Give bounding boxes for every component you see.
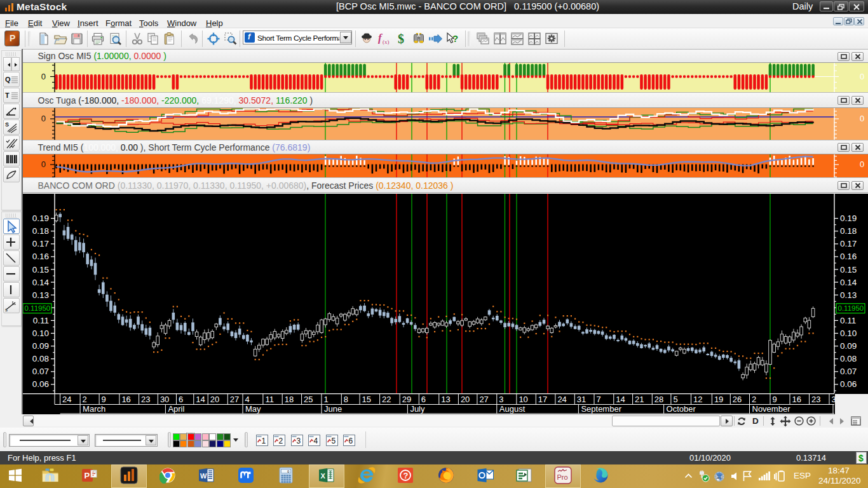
svg-text:0: 0 bbox=[41, 114, 46, 123]
svg-text:T: T bbox=[5, 92, 10, 99]
svg-text:0.18: 0.18 bbox=[32, 226, 49, 236]
svg-text:7: 7 bbox=[597, 395, 601, 404]
svg-text:0.09: 0.09 bbox=[32, 341, 49, 351]
svg-text:X: X bbox=[321, 471, 326, 479]
svg-text:s: s bbox=[5, 307, 8, 313]
svg-text:16: 16 bbox=[121, 395, 130, 404]
svg-text:14: 14 bbox=[196, 395, 205, 404]
svg-text:August: August bbox=[499, 404, 526, 414]
svg-text:14: 14 bbox=[616, 395, 625, 404]
svg-text:0.06: 0.06 bbox=[32, 379, 49, 389]
svg-text:6: 6 bbox=[349, 437, 353, 445]
svg-text:2: 2 bbox=[752, 395, 756, 404]
svg-text:24: 24 bbox=[62, 395, 71, 404]
svg-text:23: 23 bbox=[141, 395, 150, 404]
svg-text:5: 5 bbox=[332, 437, 336, 445]
svg-text:Pro: Pro bbox=[557, 473, 568, 481]
svg-text:23: 23 bbox=[811, 395, 820, 404]
svg-text:9: 9 bbox=[102, 395, 106, 404]
svg-text:3: 3 bbox=[499, 395, 503, 404]
svg-text:0.15: 0.15 bbox=[840, 265, 857, 274]
svg-text:April: April bbox=[168, 404, 184, 414]
svg-text:November: November bbox=[752, 404, 791, 414]
svg-text:4: 4 bbox=[245, 395, 250, 404]
svg-text:29: 29 bbox=[402, 395, 411, 404]
svg-text:0: 0 bbox=[41, 72, 46, 81]
svg-text:2: 2 bbox=[279, 437, 283, 445]
svg-text:22: 22 bbox=[382, 395, 391, 404]
svg-text:30: 30 bbox=[160, 395, 169, 404]
svg-text:2: 2 bbox=[83, 395, 87, 404]
svg-text:27: 27 bbox=[230, 395, 239, 404]
svg-text:20: 20 bbox=[461, 395, 470, 404]
svg-text:3: 3 bbox=[832, 395, 836, 404]
svg-text:July: July bbox=[410, 404, 425, 414]
svg-text:0.17: 0.17 bbox=[32, 239, 49, 248]
svg-text:3: 3 bbox=[297, 437, 301, 445]
svg-text:31: 31 bbox=[577, 395, 586, 404]
svg-text:0.07: 0.07 bbox=[32, 367, 49, 376]
svg-text:0.19: 0.19 bbox=[840, 214, 857, 223]
svg-text:28: 28 bbox=[654, 395, 663, 404]
svg-text:0.16: 0.16 bbox=[840, 252, 857, 261]
svg-text:15: 15 bbox=[362, 395, 371, 404]
svg-text:0.14: 0.14 bbox=[32, 278, 50, 287]
svg-text:September: September bbox=[581, 404, 621, 414]
svg-text:9: 9 bbox=[773, 395, 777, 404]
svg-text:S: S bbox=[5, 121, 9, 128]
svg-text:0.13: 0.13 bbox=[32, 290, 49, 300]
svg-text:0.16: 0.16 bbox=[32, 252, 49, 261]
svg-text:21: 21 bbox=[635, 395, 644, 404]
svg-text:19: 19 bbox=[714, 395, 723, 404]
svg-text:0.18: 0.18 bbox=[840, 226, 857, 236]
svg-text:17: 17 bbox=[538, 395, 547, 404]
svg-text:March: March bbox=[83, 404, 105, 414]
svg-text:?: ? bbox=[452, 33, 458, 44]
svg-text:13: 13 bbox=[441, 395, 450, 404]
svg-text:12: 12 bbox=[693, 395, 702, 404]
svg-text:0.06: 0.06 bbox=[840, 379, 857, 389]
svg-text:$: $ bbox=[398, 32, 404, 46]
svg-text:0: 0 bbox=[860, 159, 864, 169]
svg-text:0.10: 0.10 bbox=[32, 329, 49, 338]
svg-text:0.13: 0.13 bbox=[840, 290, 857, 300]
svg-text:5: 5 bbox=[673, 395, 677, 404]
svg-text:6: 6 bbox=[421, 395, 426, 404]
svg-text:27: 27 bbox=[479, 395, 488, 404]
svg-text:0.11950: 0.11950 bbox=[25, 304, 51, 312]
svg-text:0: 0 bbox=[860, 72, 864, 81]
svg-text:0.11: 0.11 bbox=[33, 316, 49, 325]
svg-text:0.15: 0.15 bbox=[32, 265, 49, 274]
svg-text:(x): (x) bbox=[383, 39, 390, 45]
svg-text:25: 25 bbox=[304, 395, 313, 404]
svg-text:16: 16 bbox=[792, 395, 801, 404]
svg-text:6: 6 bbox=[179, 395, 183, 404]
svg-text:0.08: 0.08 bbox=[840, 354, 857, 363]
svg-text:June: June bbox=[324, 404, 342, 414]
svg-text:W: W bbox=[200, 471, 207, 479]
svg-text:0: 0 bbox=[287, 469, 289, 473]
svg-text:0.09: 0.09 bbox=[840, 341, 857, 351]
svg-text:0: 0 bbox=[41, 159, 46, 169]
svg-text:0.19: 0.19 bbox=[32, 214, 49, 223]
svg-text:0.08: 0.08 bbox=[32, 354, 49, 363]
svg-text:May: May bbox=[245, 404, 261, 414]
svg-text:P: P bbox=[85, 471, 90, 480]
svg-text:0: 0 bbox=[860, 114, 864, 123]
svg-text:Q: Q bbox=[5, 76, 11, 83]
svg-text:?: ? bbox=[403, 471, 409, 480]
svg-text:1: 1 bbox=[262, 437, 266, 445]
svg-text:10: 10 bbox=[519, 395, 527, 404]
svg-text:0.07: 0.07 bbox=[840, 367, 857, 376]
svg-text:0.11: 0.11 bbox=[840, 316, 856, 325]
svg-text:24: 24 bbox=[557, 395, 566, 404]
svg-text:18: 18 bbox=[285, 395, 294, 404]
svg-text:4: 4 bbox=[314, 437, 318, 445]
svg-text:1: 1 bbox=[324, 395, 329, 404]
svg-text:0.17: 0.17 bbox=[840, 239, 857, 248]
svg-text:11: 11 bbox=[265, 395, 274, 404]
svg-text:20: 20 bbox=[210, 395, 219, 404]
svg-text:8: 8 bbox=[344, 395, 348, 404]
svg-text:26: 26 bbox=[733, 395, 742, 404]
svg-text:0.14: 0.14 bbox=[840, 278, 857, 287]
